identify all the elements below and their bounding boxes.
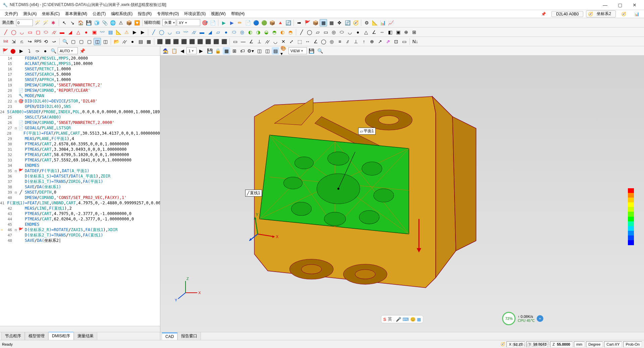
- tab-cad[interactable]: CAD: [162, 333, 177, 340]
- tol-cone-icon[interactable]: △: [362, 28, 370, 36]
- tab-dmis-program[interactable]: DMIS程序: [48, 332, 74, 340]
- tri-tool-icon[interactable]: 🔺: [276, 19, 284, 26]
- xtra1-icon[interactable]: ▭: [231, 38, 239, 45]
- page-dropdown[interactable]: 1: [186, 47, 197, 54]
- step-over-icon[interactable]: ⤼: [34, 47, 41, 55]
- code-line[interactable]: 48SAVE/DA(坐标系2|: [0, 238, 160, 243]
- tol-arc-icon[interactable]: ◡: [346, 28, 354, 36]
- code-line[interactable]: 24S(A0B0)=SNSDEF/PROBE,INDEX,POL,0.0,0.0…: [0, 109, 160, 115]
- ime-face-icon[interactable]: 😊: [410, 317, 416, 322]
- code-line[interactable]: 39⊟╱SNSET/DEPTH,0: [0, 190, 160, 195]
- sphere-icon[interactable]: 🔵: [252, 19, 260, 26]
- view-front-icon[interactable]: ▢: [69, 38, 77, 45]
- solid3d-icon[interactable]: ▬: [198, 28, 206, 36]
- stop-tool-icon[interactable]: ⬤: [9, 47, 17, 55]
- flag-icon[interactable]: 🚩: [304, 19, 311, 26]
- cad-line-label[interactable]: ╱ 直线1: [245, 190, 262, 197]
- layer-view-icon[interactable]: ▤: [272, 47, 279, 55]
- tab-meas-result[interactable]: 测量结果: [74, 332, 97, 340]
- cad-import-icon[interactable]: 📂: [113, 38, 120, 45]
- xtra7-icon[interactable]: ✕: [280, 38, 287, 45]
- code-line[interactable]: 28F(平面1)=FEAT/PLANE,CART,30.5513,34.4137…: [0, 131, 160, 136]
- misc2-icon[interactable]: 📐: [371, 19, 378, 26]
- xtra20-icon[interactable]: ⇗: [384, 38, 392, 45]
- code-line[interactable]: 31PTMEAS/CART,3.3084,3.0493,0,0,0,1.0000…: [0, 147, 160, 152]
- cube-icon[interactable]: 🧊: [93, 19, 100, 26]
- line-tool-icon[interactable]: ╱: [2, 28, 9, 36]
- menu-item[interactable]: 报告(R): [135, 11, 154, 17]
- xtra2-icon[interactable]: —: [239, 38, 247, 45]
- misc4-icon[interactable]: 📈: [387, 19, 394, 26]
- menu-item[interactable]: 基本测量(M): [62, 11, 90, 17]
- view-tool-icon[interactable]: 🔍: [61, 38, 69, 45]
- c4-icon[interactable]: ◓: [271, 28, 278, 36]
- wand-green-icon[interactable]: 🪄: [42, 19, 49, 26]
- axis-picker-icon[interactable]: 🧭: [500, 342, 505, 346]
- cad-sphere-icon[interactable]: ●: [129, 38, 136, 45]
- code-line[interactable]: 44PTMEAS/CART,62.0204,0,-2.3777,0,-1.000…: [0, 216, 160, 222]
- code-line[interactable]: 37D(坐标系1_T)=TRANS/ZORIG,FA(平面1): [0, 179, 160, 184]
- coord-badge[interactable]: 🧭 坐标系2: [586, 10, 616, 17]
- clip-icon[interactable]: 📎: [101, 19, 108, 26]
- ime-logo-icon[interactable]: S: [383, 317, 386, 322]
- refresh-icon[interactable]: 🔄: [284, 19, 292, 26]
- save-icon[interactable]: 💾: [85, 19, 92, 26]
- code-line[interactable]: 26📄DMESW/COMAND,'SNSET/MANRETRCT,2.0000': [0, 120, 160, 125]
- circle-tool-icon[interactable]: ◯: [10, 28, 17, 36]
- menu-item[interactable]: 帮助(H): [228, 11, 248, 17]
- wand-red-icon[interactable]: 🪄: [34, 19, 41, 26]
- xtra11-icon[interactable]: ∠: [312, 38, 319, 45]
- line3d-icon[interactable]: ╱: [150, 28, 157, 36]
- code-line[interactable]: 45ENDMES: [0, 222, 160, 227]
- cube-blue-icon[interactable]: 📦: [268, 19, 276, 26]
- warn-icon[interactable]: ⚠: [117, 19, 124, 26]
- maximize-button[interactable]: ▢: [613, 1, 627, 9]
- flag3-icon[interactable]: ▶: [139, 28, 146, 36]
- code-line[interactable]: 17SNSET/SEARCH,5.0000: [0, 72, 160, 77]
- plane-dropdown[interactable]: XY: [177, 19, 200, 26]
- square-tool-icon[interactable]: ▢: [34, 28, 42, 36]
- op9-icon[interactable]: ⬛: [220, 38, 228, 45]
- op1-icon[interactable]: ⬛: [156, 38, 163, 45]
- cone3d-icon[interactable]: ◢: [206, 28, 214, 36]
- xtra22-icon[interactable]: ▭: [400, 38, 408, 45]
- tol-angle-icon[interactable]: ∠: [370, 28, 378, 36]
- xtra5-icon[interactable]: ⌭: [264, 38, 271, 45]
- xtra15-icon[interactable]: ⫽: [344, 38, 352, 45]
- c1-icon[interactable]: ◐: [247, 28, 254, 36]
- menu-item[interactable]: 测头(A): [20, 11, 39, 17]
- home-icon[interactable]: 🏠: [77, 19, 84, 26]
- code-line[interactable]: 41F(直线1)=FEAT/LINE,UNBND,CART,4.7975,0,-…: [0, 200, 160, 206]
- stepback-icon[interactable]: ⟲: [42, 38, 50, 45]
- cylinder-tool-icon[interactable]: ⌭: [50, 28, 58, 36]
- solid-tool-icon[interactable]: ▬: [58, 28, 66, 36]
- view-persp-icon[interactable]: ◫: [102, 38, 109, 45]
- cylinder3d-icon[interactable]: ⌭: [190, 28, 198, 36]
- view-top-icon[interactable]: ▢: [86, 38, 93, 45]
- surface-tool-icon[interactable]: ▤: [107, 28, 114, 36]
- page-go-icon[interactable]: 📄: [244, 19, 252, 26]
- pin-tool-icon[interactable]: 📌: [78, 47, 86, 55]
- nav-next-icon[interactable]: ▶: [197, 47, 205, 55]
- target-icon[interactable]: 🎯: [201, 19, 208, 26]
- copy-icon[interactable]: 📋: [170, 47, 178, 55]
- code-line[interactable]: 29MEAS/PLANE,F(平面1),4: [0, 136, 160, 141]
- globe-icon[interactable]: 🌐: [109, 19, 116, 26]
- tol-sphere-icon[interactable]: ●: [354, 28, 362, 36]
- ime-mic-icon[interactable]: 🎤: [396, 317, 401, 322]
- dim2-icon[interactable]: ◫: [264, 47, 271, 55]
- curve3d-icon[interactable]: 〰: [182, 28, 190, 36]
- flag2-icon[interactable]: ▶: [131, 28, 138, 36]
- op7-icon[interactable]: ⬛: [204, 38, 212, 45]
- arc3d-icon[interactable]: ◡: [166, 28, 173, 36]
- wizard-icon[interactable]: 🧙: [162, 47, 169, 55]
- code-line[interactable]: ➔46⊟🚩D(坐标系2_R)=ROTATE/ZAXIS,FA(直线1),XDIR: [0, 227, 160, 232]
- status-probe[interactable]: Prob-On: [623, 341, 642, 347]
- menu-item[interactable]: 公差(T): [90, 11, 108, 17]
- xtra13-icon[interactable]: ◎: [328, 38, 335, 45]
- d1-icon[interactable]: ◐: [279, 28, 286, 36]
- wire-view-icon[interactable]: ⊞: [231, 47, 238, 55]
- xtra18-icon[interactable]: ⊕: [368, 38, 376, 45]
- tol-ax-icon[interactable]: ⊕: [402, 28, 410, 36]
- tol-circle-icon[interactable]: ◯: [306, 28, 313, 36]
